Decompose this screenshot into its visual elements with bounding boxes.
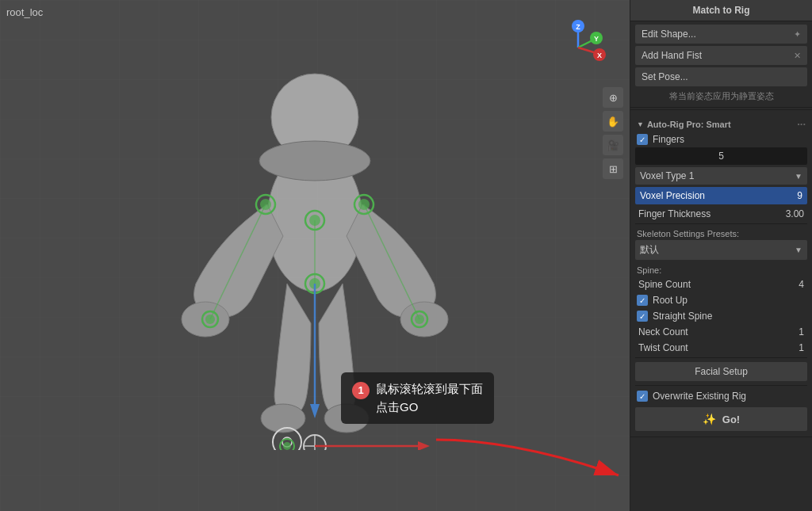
neck-count-row: Neck Count 1	[635, 324, 807, 340]
viewport-background: root_loc	[0, 0, 630, 511]
facial-setup-button[interactable]: Facial Setup	[635, 362, 807, 381]
skeleton-settings-label: Skeleton Settings Presets:	[635, 226, 807, 240]
wand-icon: ✨	[703, 413, 716, 425]
fingers-label: Fingers	[653, 134, 684, 145]
spine-count-value: 4	[788, 279, 804, 290]
camera-tool[interactable]: 🎥	[603, 135, 623, 155]
edit-shape-section: Edit Shape... ✦ Add Hand Fist ✕ Set Pose…	[630, 21, 812, 108]
overwrite-rig-checkbox[interactable]	[637, 391, 648, 402]
edit-shape-icon: ✦	[794, 29, 801, 40]
root-up-label: Root Up	[653, 295, 688, 306]
grid-tool[interactable]: ⊞	[603, 158, 623, 179]
twist-count-row: Twist Count 1	[635, 340, 807, 356]
match-to-rig-header: Match to Rig	[630, 0, 812, 21]
svg-text:Y: Y	[594, 35, 599, 43]
add-hand-fist-button[interactable]: Add Hand Fist ✕	[635, 46, 807, 65]
move-tool[interactable]: ✋	[603, 111, 623, 132]
voxel-precision-value: 9	[797, 190, 802, 201]
skeleton-preset-dropdown[interactable]: 默认 ▼	[635, 240, 807, 260]
step-badge: 1	[352, 382, 370, 399]
voxel-type-dropdown-arrow: ▼	[795, 172, 802, 181]
auto-rig-pro-section: ▼ Auto-Rig Pro: Smart ··· Fingers Voxel …	[630, 112, 812, 437]
right-panel: Match to Rig Edit Shape... ✦ Add Hand Fi…	[630, 0, 812, 511]
twist-count-label: Twist Count	[638, 342, 688, 353]
spine-count-label: Spine Count	[638, 279, 691, 290]
root-up-row: Root Up	[635, 292, 807, 308]
neck-count-label: Neck Count	[638, 326, 688, 337]
voxel-precision-row[interactable]: Voxel Precision 9	[635, 187, 807, 204]
straight-spine-row: Straight Spine	[635, 308, 807, 324]
root-up-checkbox[interactable]	[637, 295, 648, 306]
overwrite-rig-label: Overwrite Existing Rig	[653, 391, 746, 402]
zoom-tool[interactable]: ⊕	[603, 87, 623, 108]
overwrite-rig-row: Overwrite Existing Rig	[635, 387, 807, 405]
set-rest-pose-label: 将当前姿态应用为静置姿态	[635, 89, 807, 104]
go-label: Go!	[722, 414, 740, 425]
finger-thickness-value: 3.00	[786, 208, 804, 219]
auto-rig-pro-title: ▼ Auto-Rig Pro: Smart ···	[635, 115, 807, 132]
annotation-bubble: 1 鼠标滚轮滚到最下面 点击GO	[341, 372, 494, 424]
annotation-text: 鼠标滚轮滚到最下面 点击GO	[376, 380, 483, 416]
straight-spine-checkbox[interactable]	[637, 311, 648, 322]
neck-count-value: 1	[788, 326, 804, 337]
straight-spine-label: Straight Spine	[653, 311, 712, 322]
viewport-gizmo[interactable]: Z Y X	[550, 20, 606, 75]
viewport-tools: ⊕ ✋ 🎥 ⊞	[603, 87, 623, 179]
svg-point-2	[259, 141, 370, 181]
svg-text:X: X	[597, 51, 602, 59]
finger-thickness-label: Finger Thickness	[638, 208, 710, 219]
fingers-row: Fingers	[635, 132, 807, 147]
viewport: root_loc	[0, 0, 630, 511]
go-button[interactable]: ✨ Go!	[635, 407, 807, 431]
viewport-label: root_loc	[6, 6, 43, 18]
fingers-count-field[interactable]	[635, 147, 807, 165]
voxel-precision-label: Voxel Precision	[640, 190, 705, 201]
spine-count-row: Spine Count 4	[635, 276, 807, 292]
more-options-icon[interactable]: ···	[797, 118, 806, 130]
finger-thickness-row: Finger Thickness 3.00	[635, 206, 807, 222]
preset-dropdown-arrow: ▼	[795, 246, 802, 254]
svg-marker-23	[310, 404, 320, 418]
svg-line-39	[578, 48, 596, 53]
twist-count-value: 1	[788, 342, 804, 353]
svg-text:Z: Z	[576, 23, 580, 31]
spine-label: Spine:	[635, 262, 807, 276]
section-triangle-icon: ▼	[637, 120, 644, 128]
svg-point-30	[283, 442, 291, 450]
svg-marker-32	[418, 441, 430, 450]
voxel-type-dropdown[interactable]: Voxel Type 1 ▼	[635, 167, 807, 185]
add-hand-fist-icon: ✕	[794, 51, 801, 61]
fingers-checkbox[interactable]	[637, 134, 648, 145]
set-pose-button[interactable]: Set Pose...	[635, 67, 807, 86]
edit-shape-button[interactable]: Edit Shape... ✦	[635, 25, 807, 44]
